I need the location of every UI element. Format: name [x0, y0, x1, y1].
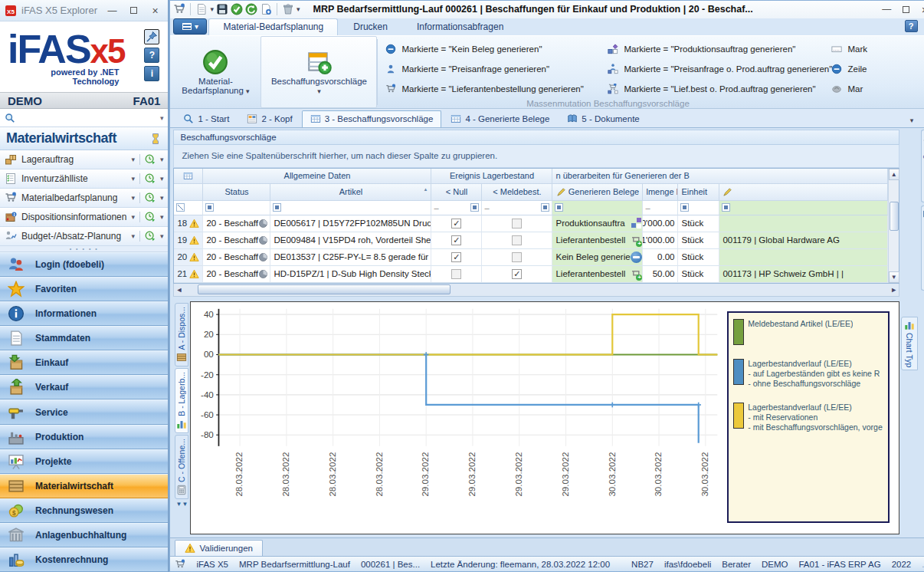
vertical-scrollbar-thumb[interactable]	[890, 202, 899, 231]
pin-button[interactable]	[144, 29, 159, 44]
column-header-null[interactable]: < Null	[431, 184, 482, 201]
menu-item-lagerauftrag[interactable]: Lagerauftrag ▾ ▾	[0, 150, 168, 169]
sidebar-item-stammdaten[interactable]: Stammdaten	[0, 326, 168, 350]
einheit-cell[interactable]: Stück	[678, 215, 719, 232]
tab-2-kopf[interactable]: 2 - Kopf	[238, 110, 300, 127]
checkbox-lt-null[interactable]	[451, 219, 461, 228]
filter-beleg[interactable]	[552, 201, 643, 215]
table-row[interactable]: 21 20 - Beschaff HD-D15PZ/1 | D-Sub High…	[174, 266, 888, 283]
tabs-dropdown-icon[interactable]: ▾	[910, 117, 914, 124]
column-chooser-button[interactable]	[174, 169, 203, 184]
action-markierte-disc[interactable]: Mar	[831, 81, 924, 97]
menu-item-inventurzaehlliste[interactable]: Inventurzählliste ▾ ▾	[0, 169, 168, 189]
new-document-dropdown-icon[interactable]: ▾	[210, 5, 214, 13]
tab-4-generierte-belege[interactable]: 4 - Generierte Belege	[442, 110, 558, 127]
sidebar-item-informationen[interactable]: Informationen	[0, 301, 168, 326]
action-preisanfrage-oder-prod[interactable]: Markierte = "Preisanfrage o. Prod.auftra…	[608, 61, 831, 77]
einheit-cell[interactable]: Stück	[678, 266, 719, 283]
einheit-cell[interactable]: Stück	[678, 232, 719, 249]
sidebar-item-verkauf[interactable]: Verkauf	[0, 375, 168, 399]
help-button[interactable]: ?	[144, 48, 159, 63]
checkbox-lt-meldebest[interactable]	[512, 252, 522, 262]
ribbon-tab-informationsabfragen[interactable]: Informationsabfragen	[403, 19, 517, 35]
chart-typ-tab[interactable]: Chart Typ	[901, 317, 918, 370]
lieferant-cell[interactable]	[719, 249, 888, 266]
horizontal-scrollbar[interactable]: ◄ ►	[173, 284, 899, 297]
horizontal-scrollbar-thumb[interactable]	[198, 284, 451, 294]
filter-lieferant[interactable]	[719, 201, 888, 215]
sidebar-item-login[interactable]: Login (fdoebeli)	[0, 252, 168, 277]
checkbox-lt-null[interactable]	[451, 269, 461, 279]
tab-3-beschaffungsvorschlaege[interactable]: 3 - Beschaffungsvorschläge	[302, 110, 442, 127]
save-button[interactable]	[216, 3, 228, 15]
filter-menge[interactable]: –	[643, 201, 678, 215]
search-dropdown-icon[interactable]: ▾	[160, 114, 164, 122]
tab-5-dokumente[interactable]: 5 - Dokumente	[559, 110, 647, 127]
sidebar-item-favoriten[interactable]: Favoriten	[0, 277, 168, 301]
status-document-number[interactable]: 000261 | Bes...	[361, 560, 420, 569]
collapse-double-arrow-icon[interactable]: ▼▼	[176, 501, 188, 508]
explorer-close-button[interactable]: ×	[146, 4, 163, 18]
menge-cell[interactable]: 50.00	[643, 266, 678, 283]
band-allgemeine-daten[interactable]: Allgemeine Daten	[203, 169, 431, 184]
main-close-button[interactable]: ×	[916, 2, 924, 16]
einheit-cell[interactable]: Stück	[678, 249, 719, 266]
sidebar-item-rechnungswesen[interactable]: Rechnungswesen	[0, 498, 168, 523]
table-row[interactable]: 19 20 - Beschaff DE009484 | V15PD4 roh, …	[174, 232, 888, 249]
confirm-button[interactable]	[231, 3, 243, 15]
lieferant-cell[interactable]: 001179 | Global Hardware AG	[719, 232, 888, 249]
copy-document-button[interactable]	[260, 3, 272, 15]
checkbox-lt-meldebest[interactable]	[512, 269, 522, 279]
filter-corner[interactable]	[174, 201, 203, 215]
sidebar-item-anlagenbuchhaltung[interactable]: Anlagenbuchhaltung	[0, 523, 168, 547]
checkbox-lt-meldebest[interactable]	[512, 235, 522, 245]
filter-null[interactable]: –	[431, 201, 482, 215]
main-maximize-button[interactable]	[897, 2, 914, 16]
run-clock-icon[interactable]	[145, 154, 156, 165]
sidebar-item-einkauf[interactable]: Einkauf	[0, 350, 168, 375]
action-kein-beleg[interactable]: Markierte = "Kein Beleg generieren"	[385, 41, 608, 58]
lieferant-cell[interactable]	[719, 215, 888, 232]
filter-meldebest[interactable]: –	[482, 201, 552, 215]
vertical-scrollbar[interactable]: ▲ ▼	[888, 169, 899, 283]
menge-cell[interactable]: 0.00	[643, 249, 678, 266]
material-bedarfsplanung-button[interactable]: Material-Bedarfsplanung ▾	[170, 36, 260, 108]
run-clock-icon[interactable]	[145, 212, 156, 222]
beschaffungsvorschlaege-button[interactable]: Beschaffungsvorschläge ▾	[260, 36, 377, 108]
run-clock-icon[interactable]	[145, 192, 156, 203]
artikel-cell[interactable]: DE005617 | D15Y72FP102M85UN Druck |	[270, 215, 431, 232]
artikel-cell[interactable]: DE009484 | V15PD4 roh, Vorderteil Shell	[270, 232, 431, 249]
band-ueberarbeiten[interactable]: n überarbeiten für Generieren der B	[552, 169, 888, 184]
menge-cell[interactable]: 30'000.00	[643, 215, 678, 232]
chevron-down-icon[interactable]: ▾	[131, 156, 135, 163]
groupby-area[interactable]: Ziehen Sie eine Spaltenüberschrift hierh…	[173, 145, 899, 168]
dock-tab-artikel-dokumente[interactable]: Artikel-Dokumente	[921, 205, 924, 291]
table-row[interactable]: 18 20 - Beschaff DE005617 | D15Y72FP102M…	[174, 215, 888, 232]
action-preisanfrage[interactable]: Markierte = "Preisanfrage generieren"	[385, 61, 608, 77]
checkbox-lt-meldebest[interactable]	[512, 219, 522, 228]
column-header-artikel[interactable]: Artikel▲	[270, 184, 431, 201]
explorer-minimize-button[interactable]: —	[103, 4, 120, 18]
band-ereignis-lagerbestand[interactable]: Ereignis Lagerbestand	[431, 169, 552, 184]
validierungen-tab[interactable]: Validierungen	[175, 540, 262, 556]
artikel-cell[interactable]: HD-D15PZ/1 | D-Sub High Density Steckv	[270, 266, 431, 283]
chevron-down-icon[interactable]: ▾	[131, 175, 135, 182]
scroll-up-icon[interactable]: ▲	[889, 169, 899, 180]
dock-tab-a-disposition[interactable]: A - Dispos...	[175, 303, 188, 367]
sidebar-item-produktion[interactable]: Produktion	[0, 425, 168, 449]
column-header-lieferant[interactable]	[719, 184, 888, 201]
dock-tab-lagerbestaende[interactable]: Lagerbestände	[921, 130, 924, 202]
ribbon-tab-drucken[interactable]: Drucken	[339, 19, 401, 35]
filter-status[interactable]	[203, 201, 270, 215]
hourglass-icon[interactable]	[149, 133, 162, 145]
scroll-right-icon[interactable]: ►	[890, 286, 897, 294]
action-liefbest-oder-prod[interactable]: Markierte = "Lief.best o. Prod.auftrag g…	[608, 81, 831, 97]
table-row[interactable]: 20 20 - Beschaff DE013537 | C25F-PY-L= 8…	[174, 249, 888, 266]
chevron-down-icon[interactable]: ▾	[160, 175, 164, 182]
checkbox-lt-null[interactable]	[451, 252, 461, 262]
column-header-generieren-belege[interactable]: Generieren Belege	[552, 184, 643, 201]
sidebar-item-projekte[interactable]: Projekte	[0, 449, 168, 474]
scroll-left-icon[interactable]: ◄	[175, 286, 182, 294]
tab-1-start[interactable]: 1 - Start	[175, 110, 238, 127]
chevron-down-icon[interactable]: ▾	[160, 156, 164, 163]
